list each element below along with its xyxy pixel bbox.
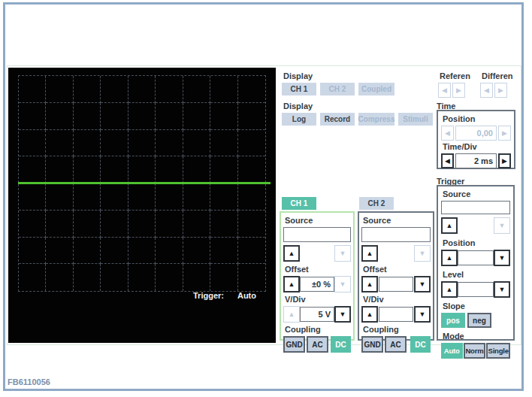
ch1-coupling-ac-button[interactable]: AC <box>307 336 328 353</box>
trigger-source-up-button[interactable]: ▲ <box>441 217 458 234</box>
trigger-position-down-button[interactable]: ▼ <box>494 250 510 266</box>
trigger-status-value: Auto <box>237 291 256 300</box>
trigger-source-label: Source <box>443 189 510 198</box>
time-position-decrement-button[interactable]: ◀ <box>441 126 454 141</box>
left-arrow-icon: ◀ <box>445 158 450 165</box>
time-position-row: ◀ 0,00 ▶ <box>441 126 511 141</box>
trigger-source-down-button[interactable]: ▼ <box>494 217 510 234</box>
down-arrow-icon: ▼ <box>340 250 346 257</box>
up-arrow-icon: ▲ <box>367 281 373 288</box>
slope-pos-button[interactable]: pos <box>441 313 465 328</box>
mode-norm-button[interactable]: Norm <box>464 343 486 359</box>
display-log-button[interactable]: Log <box>282 113 316 126</box>
left-arrow-icon: ◀ <box>445 130 450 137</box>
display-compress-button[interactable]: Compress <box>358 113 394 126</box>
trigger-position-field[interactable] <box>458 250 494 265</box>
difference-prev-button[interactable]: ◀ <box>480 83 493 98</box>
trigger-status: Trigger: Auto <box>193 291 256 300</box>
slope-neg-button[interactable]: neg <box>467 313 491 328</box>
ch2-vdiv-field[interactable] <box>379 307 413 322</box>
display-modes-label: Display <box>283 102 313 111</box>
time-div-field[interactable]: 2 ms <box>455 153 497 168</box>
ch1-offset-down-button[interactable]: ▼ <box>334 276 351 292</box>
up-arrow-icon: ▲ <box>446 255 453 262</box>
ch1-source-up-button[interactable]: ▲ <box>283 245 300 262</box>
down-arrow-icon: ▼ <box>340 311 346 318</box>
ch2-coupling-buttons: GND AC DC <box>361 336 431 353</box>
ch1-select-button[interactable]: CH 1 <box>282 197 316 210</box>
trigger-mode-buttons: Auto Norm Single <box>441 343 510 359</box>
ch2-offset-row: ▲ ▼ <box>361 276 431 292</box>
trigger-source-field[interactable] <box>441 201 510 214</box>
ch1-source-down-button[interactable]: ▼ <box>334 245 351 262</box>
right-arrow-icon: ▶ <box>498 87 503 94</box>
trigger-position-up-button[interactable]: ▲ <box>441 250 458 266</box>
ch2-vdiv-row: ▲ ▼ <box>361 306 431 323</box>
ch2-offset-up-button[interactable]: ▲ <box>361 276 378 292</box>
ch1-vdiv-down-button[interactable]: ▼ <box>334 306 351 323</box>
display-ch2-button[interactable]: CH 2 <box>320 83 355 95</box>
ch1-offset-label: Offset <box>285 265 351 274</box>
ch2-offset-down-button[interactable]: ▼ <box>414 276 431 292</box>
down-arrow-icon: ▼ <box>499 223 506 229</box>
difference-next-button[interactable]: ▶ <box>494 83 507 98</box>
ch2-coupling-label: Coupling <box>363 325 431 334</box>
mode-single-button[interactable]: Single <box>486 343 510 359</box>
mode-auto-button[interactable]: Auto <box>441 343 463 359</box>
display-record-button[interactable]: Record <box>320 113 355 126</box>
ch1-coupling-gnd-button[interactable]: GND <box>283 336 305 353</box>
ch1-offset-up-button[interactable]: ▲ <box>283 276 300 292</box>
down-arrow-icon: ▼ <box>419 311 426 318</box>
ch1-coupling-buttons: GND AC DC <box>283 336 351 353</box>
ch2-panel: Source ▲ ▼ Offset ▲ ▼ V/Div ▲ ▼ Coupling… <box>358 211 434 341</box>
display-stimuli-button[interactable]: Stimuli <box>398 113 433 126</box>
ch2-source-up-button[interactable]: ▲ <box>361 245 378 262</box>
ch2-coupling-gnd-button[interactable]: GND <box>361 336 383 353</box>
ch1-source-field[interactable] <box>283 227 351 242</box>
down-arrow-icon: ▼ <box>499 286 506 293</box>
down-arrow-icon: ▼ <box>499 255 506 262</box>
figure-id-label: FB6110056 <box>8 377 50 386</box>
up-arrow-icon: ▲ <box>289 250 295 257</box>
reference-difference-group: Referen ◀ ▶ Differen ◀ ▶ <box>438 71 513 98</box>
ch2-coupling-dc-button[interactable]: DC <box>410 336 431 353</box>
ch2-source-label: Source <box>363 216 431 225</box>
ch2-source-field[interactable] <box>361 227 431 242</box>
ch1-coupling-label: Coupling <box>285 325 351 334</box>
trigger-level-field[interactable] <box>458 282 494 297</box>
trigger-status-label: Trigger: <box>193 291 224 300</box>
trigger-level-up-button[interactable]: ▲ <box>441 281 458 298</box>
time-div-label: Time/Div <box>443 142 511 151</box>
down-arrow-icon: ▼ <box>340 281 346 288</box>
ch2-vdiv-label: V/Div <box>363 295 431 304</box>
ch2-vdiv-down-button[interactable]: ▼ <box>414 306 431 323</box>
ch1-offset-field[interactable]: ±0 % <box>300 277 334 292</box>
trigger-position-row: ▲ ▼ <box>441 250 510 266</box>
display-coupled-button[interactable]: Coupled <box>358 83 394 95</box>
time-div-increment-button[interactable]: ▶ <box>498 153 511 168</box>
ch2-source-spinners: ▲ ▼ <box>361 245 431 262</box>
ch1-vdiv-up-button[interactable]: ▲ <box>283 306 300 323</box>
ch2-vdiv-up-button[interactable]: ▲ <box>361 306 378 323</box>
reference-next-button[interactable]: ▶ <box>452 83 465 98</box>
trigger-level-down-button[interactable]: ▼ <box>494 281 510 298</box>
reference-label: Referen <box>440 71 470 80</box>
trigger-level-label: Level <box>443 270 510 279</box>
right-arrow-icon: ▶ <box>502 158 507 165</box>
ch2-offset-field[interactable] <box>379 277 413 292</box>
ch2-select-button[interactable]: CH 2 <box>359 197 394 210</box>
time-position-increment-button[interactable]: ▶ <box>498 126 511 141</box>
ch2-coupling-ac-button[interactable]: AC <box>385 336 407 353</box>
difference-group: Differen ◀ ▶ <box>480 71 513 98</box>
left-arrow-icon: ◀ <box>442 87 447 94</box>
time-position-field[interactable]: 0,00 <box>455 126 497 141</box>
ch1-vdiv-field[interactable]: 5 V <box>300 307 334 322</box>
time-div-decrement-button[interactable]: ◀ <box>441 153 454 168</box>
down-arrow-icon: ▼ <box>419 250 426 257</box>
ch1-coupling-dc-button[interactable]: DC <box>331 336 351 353</box>
ch1-offset-row: ▲ ±0 % ▼ <box>283 276 351 292</box>
up-arrow-icon: ▲ <box>446 286 453 293</box>
display-ch1-button[interactable]: CH 1 <box>282 83 316 95</box>
reference-prev-button[interactable]: ◀ <box>438 83 451 98</box>
ch2-source-down-button[interactable]: ▼ <box>414 245 431 262</box>
